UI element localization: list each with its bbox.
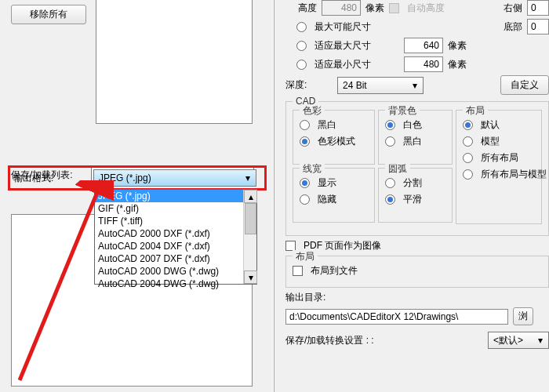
arc-smooth-label: 平滑 bbox=[403, 193, 422, 206]
layout-model-label: 模型 bbox=[481, 135, 500, 148]
dropdown-option[interactable]: AutoCAD 2000 DXF (*.dxf) bbox=[95, 227, 256, 240]
arc-split-label: 分割 bbox=[403, 176, 422, 190]
scroll-down-icon[interactable]: ▾ bbox=[244, 270, 257, 284]
pixel-label: 像素 bbox=[448, 39, 467, 53]
output-format-label: 输出格式: bbox=[13, 172, 89, 185]
pixel-label: 像素 bbox=[365, 2, 384, 15]
color-bw-radio[interactable] bbox=[300, 120, 310, 130]
max-possible-size-label: 最大可能尺寸 bbox=[314, 20, 371, 34]
fit-min-size-radio[interactable] bbox=[296, 60, 307, 70]
fit-max-input[interactable] bbox=[404, 38, 443, 53]
arc-split-radio[interactable] bbox=[385, 178, 395, 188]
fit-max-size-label: 适应最大尺寸 bbox=[314, 39, 399, 53]
output-dir-label: 输出目录: bbox=[285, 291, 325, 304]
bottom-margin-input[interactable] bbox=[527, 19, 549, 34]
arc-smooth-radio[interactable] bbox=[385, 194, 395, 205]
output-format-value: JPEG (*.jpg) bbox=[99, 172, 151, 183]
layout-default-label: 默认 bbox=[481, 118, 500, 132]
height-label: 高度 bbox=[285, 2, 317, 15]
panel-divider bbox=[273, 0, 274, 392]
layout-legend: 布局 bbox=[463, 104, 488, 118]
dropdown-option[interactable]: AutoCAD 2004 DWG (*.dwg) bbox=[95, 278, 256, 290]
max-possible-size-radio[interactable] bbox=[296, 22, 307, 32]
chevron-down-icon: ▾ bbox=[534, 334, 547, 347]
layout-model-radio[interactable] bbox=[463, 136, 473, 147]
custom-button[interactable]: 自定义 bbox=[500, 75, 549, 95]
output-dir-input[interactable] bbox=[285, 309, 508, 325]
lw-hide-label: 隐藏 bbox=[318, 193, 336, 206]
depth-combo[interactable]: 24 Bit▾ bbox=[337, 77, 424, 94]
layout-all-model-radio[interactable] bbox=[463, 169, 473, 180]
output-format-combo[interactable]: JPEG (*.jpg) ▾ bbox=[93, 169, 256, 187]
layout-to-file-checkbox[interactable] bbox=[293, 266, 303, 276]
fit-min-input[interactable] bbox=[404, 56, 443, 72]
bottom-margin-label: 底部 bbox=[504, 20, 522, 34]
bg-legend: 背景色 bbox=[385, 104, 420, 118]
layout-all-radio[interactable] bbox=[463, 153, 473, 163]
bg-white-radio[interactable] bbox=[385, 120, 395, 130]
depth-value: 24 Bit bbox=[343, 80, 367, 91]
pixel-label: 像素 bbox=[448, 58, 467, 71]
bg-white-label: 白色 bbox=[403, 118, 422, 132]
output-format-dropdown[interactable]: JPEG (*.jpg) GIF (*.gif) TIFF (*.tiff) A… bbox=[94, 189, 257, 285]
color-bw-label: 黑白 bbox=[318, 118, 336, 132]
default-combo-value: <默认> bbox=[493, 334, 523, 347]
file-listbox[interactable] bbox=[96, 0, 253, 124]
color-legend: 色彩 bbox=[300, 104, 325, 118]
lw-hide-radio[interactable] bbox=[300, 194, 310, 205]
depth-label: 深度: bbox=[285, 78, 333, 92]
layout-default-radio[interactable] bbox=[463, 120, 473, 130]
dropdown-option[interactable]: AutoCAD 2004 DXF (*.dxf) bbox=[95, 240, 256, 252]
layout2-legend: 布局 bbox=[293, 250, 318, 263]
default-combo[interactable]: <默认>▾ bbox=[488, 332, 549, 349]
layout-all-model-label: 所有布局与模型 bbox=[481, 168, 547, 181]
layout-all-label: 所有布局 bbox=[481, 151, 518, 165]
save-load-conv-label: 保存/加载转换设置 : : bbox=[285, 334, 374, 347]
right-margin-label: 右侧 bbox=[504, 2, 522, 15]
chevron-down-icon: ▾ bbox=[242, 172, 254, 184]
dropdown-option[interactable]: AutoCAD 2007 DXF (*.dxf) bbox=[95, 252, 256, 265]
lw-show-label: 显示 bbox=[318, 176, 336, 190]
arc-legend: 圆弧 bbox=[385, 162, 410, 176]
browse-button[interactable]: 浏 bbox=[513, 307, 533, 325]
height-input[interactable] bbox=[322, 0, 361, 16]
dropdown-option[interactable]: AutoCAD 2000 DWG (*.dwg) bbox=[95, 265, 256, 278]
lw-show-radio[interactable] bbox=[300, 178, 310, 188]
right-margin-input[interactable] bbox=[527, 0, 549, 16]
dropdown-option[interactable]: TIFF (*.tiff) bbox=[95, 215, 256, 227]
bg-black-label: 黑白 bbox=[403, 135, 422, 148]
fit-min-size-label: 适应最小尺寸 bbox=[314, 58, 399, 71]
linewidth-legend: 线宽 bbox=[300, 162, 325, 176]
scroll-thumb[interactable] bbox=[245, 203, 256, 234]
remove-all-button[interactable]: 移除所有 bbox=[11, 5, 86, 24]
fit-max-size-radio[interactable] bbox=[296, 41, 307, 51]
color-mode-radio[interactable] bbox=[300, 136, 310, 147]
auto-height-checkbox bbox=[389, 3, 399, 13]
layout-to-file-label: 布局到文件 bbox=[311, 264, 358, 278]
color-mode-label: 色彩模式 bbox=[318, 135, 355, 148]
scroll-up-icon[interactable]: ▴ bbox=[244, 190, 257, 203]
bg-black-radio[interactable] bbox=[385, 136, 395, 147]
dropdown-option[interactable]: GIF (*.gif) bbox=[95, 202, 256, 215]
dropdown-scrollbar[interactable]: ▴ ▾ bbox=[243, 190, 256, 284]
chevron-down-icon: ▾ bbox=[409, 79, 421, 92]
dropdown-option[interactable]: JPEG (*.jpg) bbox=[95, 190, 256, 202]
auto-height-label: 自动高度 bbox=[407, 2, 445, 15]
